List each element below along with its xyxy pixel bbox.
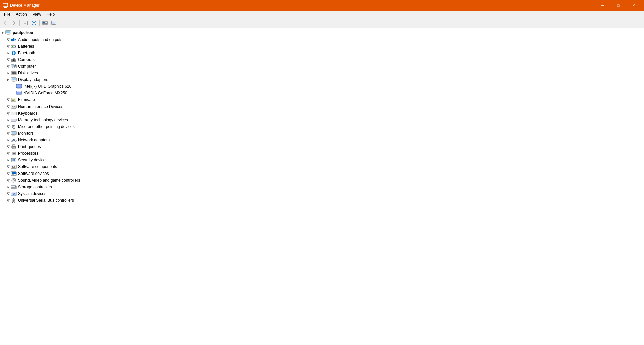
- update-driver-button[interactable]: [30, 19, 38, 27]
- tree-item-storage[interactable]: Storage controllers: [0, 184, 644, 190]
- expand-icon-security[interactable]: [5, 157, 11, 163]
- expand-icon-software-components[interactable]: [5, 164, 11, 169]
- svg-rect-74: [11, 112, 16, 115]
- storage-label: Storage controllers: [18, 185, 52, 189]
- menu-action[interactable]: Action: [13, 11, 30, 18]
- tree-root[interactable]: paulpchou: [0, 29, 644, 36]
- tree-item-monitors[interactable]: Monitors: [0, 130, 644, 137]
- svg-rect-108: [12, 147, 15, 149]
- keyboard-icon: [11, 111, 17, 116]
- tree-item-processors[interactable]: Processors: [0, 150, 644, 157]
- collapse-icon-display[interactable]: [5, 77, 11, 82]
- expand-icon-audio[interactable]: [5, 37, 11, 42]
- svg-rect-42: [15, 66, 16, 67]
- tree-item-memory[interactable]: Memory technology devices: [0, 117, 644, 123]
- expand-icon-processors[interactable]: [5, 151, 11, 156]
- nvidia-label: NVIDIA GeForce MX250: [23, 91, 67, 95]
- expand-icon-network[interactable]: [5, 137, 11, 143]
- menu-help[interactable]: Help: [44, 11, 58, 18]
- expand-icon-system[interactable]: [5, 191, 11, 196]
- expand-icon-bluetooth[interactable]: [5, 50, 11, 56]
- tree-item-intel-uhd[interactable]: Intel(R) UHD Graphics 620: [0, 83, 644, 90]
- tree-item-sound[interactable]: Sound, video and game controllers: [0, 177, 644, 184]
- hid-label: Human Interface Devices: [18, 104, 63, 109]
- tree-item-usb[interactable]: Universal Serial Bus controllers: [0, 197, 644, 204]
- menu-file[interactable]: File: [1, 11, 13, 18]
- svg-marker-90: [7, 126, 9, 128]
- expand-icon-keyboards[interactable]: [5, 111, 11, 116]
- svg-rect-1: [4, 7, 6, 7]
- tree-item-mice[interactable]: Mice and other pointing devices: [0, 123, 644, 130]
- tree-item-system[interactable]: System devices: [0, 190, 644, 197]
- back-button[interactable]: [1, 19, 9, 27]
- tree-item-hid[interactable]: Human Interface Devices: [0, 103, 644, 110]
- tree-item-batteries[interactable]: Batteries: [0, 43, 644, 50]
- svg-marker-49: [7, 79, 9, 81]
- collapse-icon[interactable]: [0, 30, 5, 36]
- svg-rect-101: [13, 139, 14, 140]
- svg-rect-131: [14, 166, 15, 167]
- svg-rect-136: [12, 174, 14, 175]
- display-label: Display adapters: [18, 77, 48, 82]
- tree-item-software-components[interactable]: Software components: [0, 163, 644, 170]
- tree-item-nvidia[interactable]: NVIDIA GeForce MX250: [0, 90, 644, 96]
- tree-item-network[interactable]: Network adapters: [0, 137, 644, 143]
- tree-item-bluetooth[interactable]: Bluetooth: [0, 50, 644, 56]
- svg-point-47: [15, 72, 15, 73]
- svg-rect-78: [15, 113, 15, 113]
- tree-item-print-queues[interactable]: Print queues: [0, 143, 644, 150]
- tree-item-security[interactable]: Security devices: [0, 157, 644, 163]
- menu-view[interactable]: View: [30, 11, 44, 18]
- svg-marker-68: [7, 106, 9, 108]
- show-hidden-button[interactable]: [41, 19, 49, 27]
- expand-icon-sound[interactable]: [5, 178, 11, 183]
- svg-rect-19: [7, 34, 9, 35]
- processor-icon: [11, 151, 17, 156]
- expand-icon-storage[interactable]: [5, 184, 11, 190]
- expand-icon-usb[interactable]: [5, 198, 11, 203]
- svg-marker-21: [7, 39, 9, 41]
- toolbar: [0, 18, 644, 28]
- expand-icon-mice[interactable]: [5, 124, 11, 129]
- tree-item-audio[interactable]: Audio inputs and outputs: [0, 36, 644, 43]
- svg-marker-23: [7, 45, 9, 48]
- svg-rect-85: [15, 120, 15, 121]
- svg-marker-110: [7, 152, 9, 155]
- root-label: paulpchou: [13, 30, 33, 35]
- toolbar-separator-1: [19, 20, 20, 26]
- svg-rect-134: [11, 172, 16, 176]
- svg-rect-41: [15, 65, 16, 66]
- svg-marker-27: [7, 52, 9, 54]
- expand-icon-batteries[interactable]: [5, 44, 11, 49]
- close-button[interactable]: ✕: [626, 0, 641, 11]
- monitor-button[interactable]: [50, 19, 58, 27]
- minimize-button[interactable]: ─: [595, 0, 610, 11]
- tree-item-disk-drives[interactable]: Disk drives: [0, 70, 644, 76]
- svg-rect-67: [12, 100, 14, 101]
- computer-label: Computer: [18, 64, 36, 69]
- expand-icon-software-devices[interactable]: [5, 171, 11, 176]
- tree-item-computer[interactable]: Computer: [0, 63, 644, 70]
- maximize-button[interactable]: □: [610, 0, 626, 11]
- svg-rect-25: [15, 46, 16, 47]
- svg-rect-87: [13, 121, 13, 122]
- keyboards-label: Keyboards: [18, 111, 37, 116]
- properties-button[interactable]: [21, 19, 29, 27]
- forward-button[interactable]: [10, 19, 18, 27]
- tree-item-keyboards[interactable]: Keyboards: [0, 110, 644, 117]
- svg-rect-4: [24, 22, 26, 22]
- bluetooth-label: Bluetooth: [18, 51, 35, 55]
- tree-item-firmware[interactable]: Firmware: [0, 96, 644, 103]
- expand-icon-cameras[interactable]: [5, 57, 11, 62]
- expand-icon-print[interactable]: [5, 144, 11, 149]
- expand-icon-hid[interactable]: [5, 104, 11, 109]
- expand-icon-monitors[interactable]: [5, 131, 11, 136]
- expand-icon-memory[interactable]: [5, 117, 11, 123]
- expand-icon-computer[interactable]: [5, 64, 11, 69]
- expand-icon-disk[interactable]: [5, 70, 11, 76]
- expand-icon-firmware[interactable]: [5, 97, 11, 102]
- tree-item-cameras[interactable]: Cameras: [0, 56, 644, 63]
- svg-rect-82: [12, 120, 12, 121]
- tree-item-software-devices[interactable]: Software devices: [0, 170, 644, 177]
- tree-item-display-adapters[interactable]: Display adapters: [0, 76, 644, 83]
